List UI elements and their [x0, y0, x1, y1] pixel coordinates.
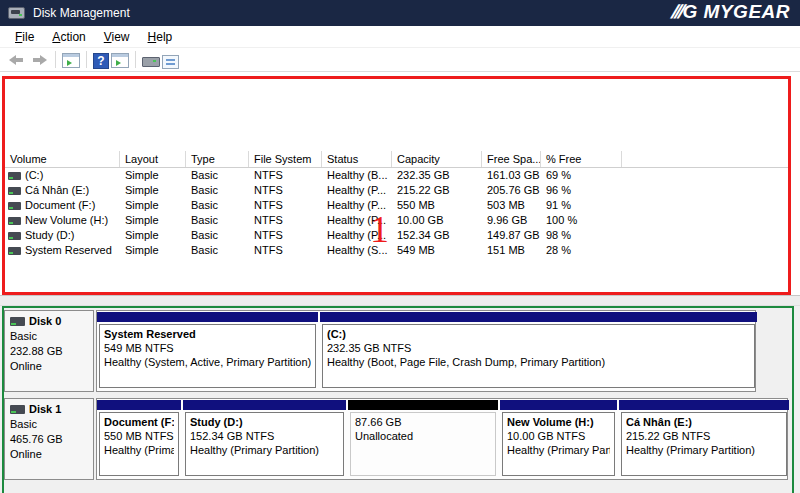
forward-icon[interactable] [29, 51, 49, 69]
disk-type: Basic [10, 329, 88, 344]
volume-row[interactable]: New Volume (H:)SimpleBasicNTFSHealthy (P… [5, 213, 788, 228]
partition-study-d[interactable]: Study (D:)152.34 GB NTFSHealthy (Primary… [183, 399, 346, 479]
volume-row[interactable]: Document (F:)SimpleBasicNTFSHealthy (P..… [5, 198, 788, 213]
volume-row[interactable]: Cá Nhân (E:)SimpleBasicNTFSHealthy (P...… [5, 183, 788, 198]
menu-file[interactable]: File [6, 28, 43, 46]
column-header-free-spa-[interactable]: Free Spa... [482, 151, 541, 167]
status-cell: Healthy (P... [322, 183, 392, 198]
column-header-status[interactable]: Status [322, 151, 392, 167]
volume-row[interactable]: System ReservedSimpleBasicNTFSHealthy (S… [5, 243, 788, 258]
partition-info-box: System Reserved549 MB NTFSHealthy (Syste… [99, 324, 316, 388]
partition-document-f[interactable]: Document (F:)550 MB NTFSHealthy (Primary… [97, 399, 181, 479]
column-header-%-free[interactable]: % Free [541, 151, 622, 167]
partition-status: Unallocated [355, 429, 491, 443]
help-icon[interactable] [93, 53, 109, 69]
volume-list-pane: VolumeLayoutTypeFile SystemStatusCapacit… [0, 72, 800, 297]
fs-cell: NTFS [249, 168, 322, 183]
disk-management-window: { "titlebar": { "title": "Disk Managemen… [0, 0, 800, 493]
disk-icon [10, 317, 25, 326]
disk-management-app-icon [8, 7, 25, 19]
action-pane-icon[interactable] [111, 53, 129, 68]
volume-cell: Study (D:) [5, 228, 120, 243]
partition-status: Healthy (Primary Partition) [507, 443, 610, 457]
volume-table: VolumeLayoutTypeFile SystemStatusCapacit… [5, 151, 788, 258]
free-cell: 151 MB [482, 243, 541, 258]
disk-size: 232.88 GB [10, 344, 88, 359]
column-header-type[interactable]: Type [186, 151, 249, 167]
type-cell: Basic [186, 228, 249, 243]
column-header-layout[interactable]: Layout [120, 151, 186, 167]
capacity-cell: 549 MB [392, 243, 482, 258]
menu-help[interactable]: Help [139, 28, 182, 46]
volume-icon [8, 172, 21, 180]
capacity-cell: 232.35 GB [392, 168, 482, 183]
partition-name: Document (F:) [104, 415, 174, 429]
type-cell: Basic [186, 198, 249, 213]
partition-c[interactable]: (C:)232.35 GB NTFSHealthy (Boot, Page Fi… [320, 311, 757, 391]
partition-info-box: New Volume (H:)10.00 GB NTFSHealthy (Pri… [502, 412, 615, 476]
capacity-cell: 10.00 GB [392, 213, 482, 228]
title-bar: Disk Management /// G MYGEAR [0, 0, 800, 26]
disk-panel-1[interactable]: Disk 1Basic465.76 GBOnline [4, 398, 94, 480]
partition-size: 232.35 GB NTFS [327, 341, 750, 355]
fs-cell: NTFS [249, 198, 322, 213]
disk-row-1: Disk 1Basic465.76 GBOnlineDocument (F:)5… [4, 398, 788, 480]
menu-action[interactable]: Action [43, 28, 94, 46]
volume-icon [8, 217, 21, 225]
volume-table-header: VolumeLayoutTypeFile SystemStatusCapacit… [5, 151, 788, 168]
free-cell: 503 MB [482, 198, 541, 213]
partition-status: Healthy (Primary Partition) [104, 443, 174, 457]
layout-cell: Simple [120, 183, 186, 198]
volume-table-body: (C:)SimpleBasicNTFSHealthy (B...232.35 G… [5, 168, 788, 258]
volume-cell: Document (F:) [5, 198, 120, 213]
partition-info-box: 87.66 GBUnallocated [350, 412, 496, 476]
volume-name: System Reserved [25, 243, 112, 258]
partition-unallocated[interactable]: 87.66 GBUnallocated [348, 399, 498, 479]
type-cell: Basic [186, 243, 249, 258]
volume-row[interactable]: (C:)SimpleBasicNTFSHealthy (B...232.35 G… [5, 168, 788, 183]
disk-status: Online [10, 447, 88, 462]
column-header-volume[interactable]: Volume [5, 151, 120, 167]
volume-name: (C:) [25, 168, 43, 183]
column-header-file-system[interactable]: File System [249, 151, 322, 167]
free-cell: 161.03 GB [482, 168, 541, 183]
unallocated-color-bar [348, 400, 498, 410]
console-tree-icon[interactable] [62, 53, 80, 68]
primary-partition-color-bar [97, 400, 181, 410]
menu-view[interactable]: View [95, 28, 139, 46]
rescan-disks-icon[interactable] [142, 54, 160, 69]
partition-size: 215.22 GB NTFS [626, 429, 782, 443]
volume-row[interactable]: Study (D:)SimpleBasicNTFSHealthy (P...15… [5, 228, 788, 243]
partition-name: Cá Nhân (E:) [626, 415, 782, 429]
disk-title: Disk 0 [10, 314, 88, 329]
partition-cá-nhân-e[interactable]: Cá Nhân (E:)215.22 GB NTFSHealthy (Prima… [619, 399, 789, 479]
primary-partition-color-bar [183, 400, 346, 410]
pct-cell: 91 % [541, 198, 622, 213]
disk-label: Disk 0 [29, 314, 61, 329]
pct-cell: 28 % [541, 243, 622, 258]
column-header-capacity[interactable]: Capacity [392, 151, 482, 167]
free-cell: 149.87 GB [482, 228, 541, 243]
layout-cell: Simple [120, 213, 186, 228]
partition-name: Study (D:) [190, 415, 339, 429]
disk-status: Online [10, 359, 88, 374]
layout-cell: Simple [120, 198, 186, 213]
pane-splitter[interactable] [0, 295, 800, 306]
partition-new-volume-h[interactable]: New Volume (H:)10.00 GB NTFSHealthy (Pri… [500, 399, 617, 479]
partition-status: Healthy (Primary Partition) [626, 443, 782, 457]
volume-cell: New Volume (H:) [5, 213, 120, 228]
primary-partition-color-bar [619, 400, 789, 410]
primary-partition-color-bar [97, 312, 318, 322]
properties-icon[interactable] [162, 55, 179, 69]
volume-cell: System Reserved [5, 243, 120, 258]
partition-system-reserved[interactable]: System Reserved549 MB NTFSHealthy (Syste… [97, 311, 318, 391]
partition-status: Healthy (Boot, Page File, Crash Dump, Pr… [327, 355, 750, 369]
partition-info-box: Study (D:)152.34 GB NTFSHealthy (Primary… [185, 412, 344, 476]
volume-name: Cá Nhân (E:) [25, 183, 89, 198]
free-cell: 205.76 GB [482, 183, 541, 198]
back-icon[interactable] [7, 51, 27, 69]
disk-label: Disk 1 [29, 402, 61, 417]
disk-panel-0[interactable]: Disk 0Basic232.88 GBOnline [4, 310, 94, 392]
fs-cell: NTFS [249, 213, 322, 228]
partition-size: 549 MB NTFS [104, 341, 311, 355]
